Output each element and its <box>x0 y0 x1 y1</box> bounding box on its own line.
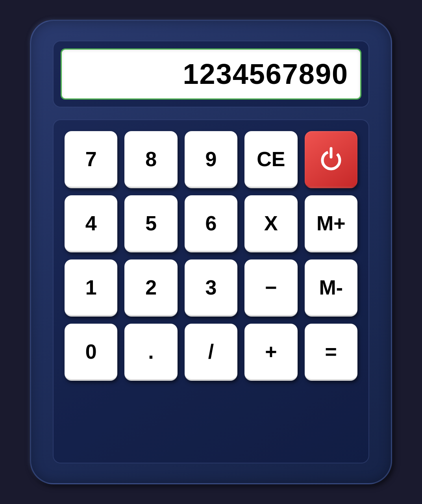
btn-6[interactable]: 6 <box>185 195 237 252</box>
keypad-row-3: 1 2 3 − M- <box>65 259 357 317</box>
btn-4[interactable]: 4 <box>65 195 117 252</box>
power-icon <box>317 145 345 173</box>
btn-equals[interactable]: = <box>305 324 357 381</box>
btn-mminus[interactable]: M- <box>305 259 357 317</box>
btn-1[interactable]: 1 <box>65 259 117 317</box>
keypad-row-4: 0 . / + = <box>65 324 357 381</box>
btn-0[interactable]: 0 <box>65 324 117 381</box>
keypad-row-2: 4 5 6 X M+ <box>65 195 357 252</box>
btn-5[interactable]: 5 <box>124 195 177 252</box>
display-wrapper: 1234567890 <box>53 41 369 107</box>
btn-9[interactable]: 9 <box>185 131 237 188</box>
btn-mplus[interactable]: M+ <box>305 195 357 252</box>
btn-ce[interactable]: CE <box>244 131 297 188</box>
display-value: 1234567890 <box>183 58 348 90</box>
calculator-body: 1234567890 7 8 9 CE 4 5 6 X M+ 1 <box>30 20 392 484</box>
btn-2[interactable]: 2 <box>124 259 177 317</box>
btn-multiply[interactable]: X <box>244 195 297 252</box>
btn-8[interactable]: 8 <box>124 131 177 188</box>
keypad-wrapper: 7 8 9 CE 4 5 6 X M+ 1 2 3 − M- <box>53 119 369 463</box>
btn-3[interactable]: 3 <box>185 259 237 317</box>
btn-power[interactable] <box>305 131 357 188</box>
btn-7[interactable]: 7 <box>65 131 117 188</box>
btn-divide[interactable]: / <box>185 324 237 381</box>
btn-minus[interactable]: − <box>244 259 297 317</box>
btn-decimal[interactable]: . <box>124 324 177 381</box>
display-screen: 1234567890 <box>61 48 361 100</box>
btn-plus[interactable]: + <box>244 324 297 381</box>
keypad-row-1: 7 8 9 CE <box>65 131 357 188</box>
